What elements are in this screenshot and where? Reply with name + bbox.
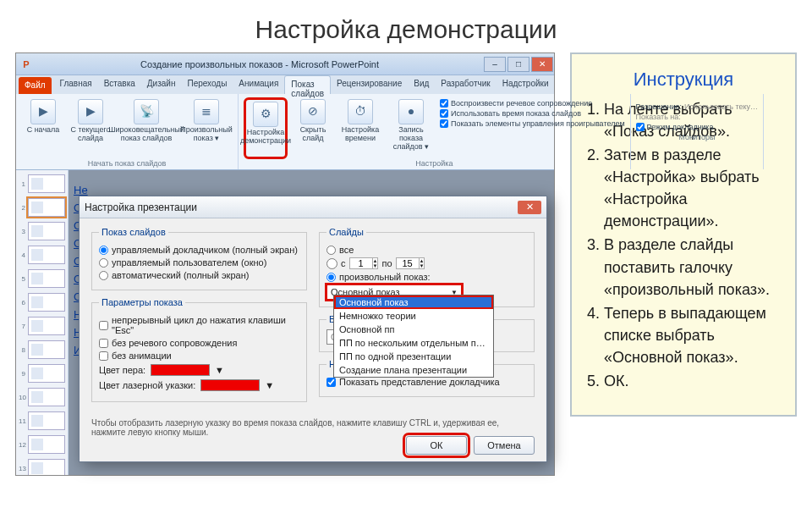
slide-thumbnails[interactable]: 123456789101112131415 bbox=[16, 170, 69, 475]
slide-thumb[interactable]: 2 bbox=[19, 197, 65, 218]
list-item[interactable]: Немножко теории bbox=[334, 309, 493, 323]
window-buttons: – □ ✕ bbox=[483, 57, 554, 72]
slide-thumb[interactable]: 10 bbox=[19, 387, 65, 407]
list-item[interactable]: Создание плана презентации bbox=[334, 363, 493, 377]
slide-thumb[interactable]: 3 bbox=[19, 221, 65, 241]
hide-icon: ⊘ bbox=[300, 99, 326, 124]
btn-rehearse[interactable]: ⏱Настройка времени bbox=[338, 97, 382, 159]
dialog-titlebar: Настройка презентации ✕ bbox=[80, 196, 546, 218]
radio-kiosk[interactable]: автоматический (полный экран) bbox=[99, 270, 299, 280]
list-item[interactable]: Основной показ bbox=[334, 295, 493, 309]
btn-setup-slideshow[interactable]: ⚙Настройка демонстрации bbox=[244, 97, 288, 159]
slide-thumb[interactable]: 12 bbox=[19, 434, 65, 455]
chk-loop[interactable]: непрерывный цикл до нажатия клавиши "Esc… bbox=[99, 315, 299, 335]
laser-color-label: Цвет лазерной указки: bbox=[99, 380, 195, 390]
slide-thumb[interactable]: 8 bbox=[19, 340, 65, 360]
group-label: Начать показ слайдов bbox=[21, 159, 233, 168]
ribbon-group-monitors: Разрешение: Использовать теку… Показать … bbox=[631, 94, 764, 169]
chk-narration[interactable]: Воспроизвести речевое сопровождение bbox=[440, 99, 625, 108]
play-icon: ▶ bbox=[78, 99, 103, 124]
cancel-button[interactable]: Отмена bbox=[474, 436, 535, 455]
radio-all[interactable]: все bbox=[326, 245, 527, 255]
laser-color-picker[interactable] bbox=[200, 379, 260, 391]
ribbon-tabs: Файл Главная Вставка Дизайн Переходы Ани… bbox=[16, 75, 554, 94]
setup-slideshow-dialog: Настройка презентации ✕ Показ слайдов уп… bbox=[79, 196, 547, 462]
tab-view[interactable]: Вид bbox=[408, 75, 435, 94]
from-input[interactable] bbox=[350, 258, 372, 268]
btn-from-current[interactable]: ▶С текущего слайда bbox=[69, 97, 112, 159]
tab-anim[interactable]: Анимация bbox=[233, 75, 284, 94]
btn-record[interactable]: ●Запись показа слайдов ▾ bbox=[386, 97, 436, 159]
ok-button[interactable]: ОК bbox=[406, 436, 467, 455]
chk-no-narration[interactable]: без речевого сопровождения bbox=[99, 338, 299, 348]
resolution-row[interactable]: Разрешение: Использовать теку… bbox=[636, 102, 758, 111]
instruction-heading: Инструкция bbox=[585, 66, 782, 93]
ribbon-group-start: ▶С начала ▶С текущего слайда 📡Широковеща… bbox=[16, 94, 239, 169]
tab-file[interactable]: Файл bbox=[19, 77, 52, 94]
chk-presenter-view[interactable]: Показать представление докладчика bbox=[326, 377, 527, 387]
gear-icon: ⚙ bbox=[253, 102, 278, 127]
instruction-step: ОК. bbox=[604, 370, 782, 392]
dialog-title: Настройка презентации bbox=[85, 202, 197, 213]
btn-from-start[interactable]: ▶С начала bbox=[21, 97, 65, 159]
powerpoint-window: P Создание произвольных показов - Micros… bbox=[15, 52, 555, 476]
tab-addins[interactable]: Надстройки bbox=[497, 75, 555, 94]
toc-link[interactable]: Не bbox=[74, 184, 246, 196]
radio-custom-show[interactable]: произвольный показ: bbox=[326, 272, 527, 282]
slide-thumb[interactable]: 5 bbox=[19, 268, 65, 289]
slide-thumb[interactable]: 6 bbox=[19, 292, 65, 312]
tab-review[interactable]: Рецензирование bbox=[331, 75, 408, 94]
instruction-step: В разделе слайды поставить галочку «прои… bbox=[604, 234, 782, 300]
list-item[interactable]: Основной пп bbox=[334, 323, 493, 336]
tab-slideshow[interactable]: Показ слайдов bbox=[284, 75, 331, 94]
close-button[interactable]: ✕ bbox=[531, 57, 553, 72]
tab-home[interactable]: Главная bbox=[54, 75, 98, 94]
slide-thumb[interactable]: 7 bbox=[19, 316, 65, 336]
group-show-type: Показ слайдов управляемый докладчиком (п… bbox=[91, 227, 307, 290]
group-show-options: Параметры показа непрерывный цикл до наж… bbox=[91, 297, 307, 402]
dialog-close-button[interactable]: ✕ bbox=[518, 201, 541, 214]
tab-trans[interactable]: Переходы bbox=[181, 75, 233, 94]
broadcast-icon: 📡 bbox=[134, 99, 159, 124]
tab-insert[interactable]: Вставка bbox=[98, 75, 141, 94]
slide-thumb[interactable]: 9 bbox=[19, 363, 65, 384]
show-on-row: Показать на: bbox=[636, 113, 758, 121]
clock-icon: ⏱ bbox=[348, 99, 373, 124]
radio-speaker[interactable]: управляемый докладчиком (полный экран) bbox=[99, 245, 299, 255]
radio-browsed[interactable]: управляемый пользователем (окно) bbox=[99, 257, 299, 268]
btn-broadcast[interactable]: 📡Широковещательный показ слайдов bbox=[116, 97, 177, 159]
btn-custom-show[interactable]: ≣Произвольный показ ▾ bbox=[180, 97, 233, 159]
btn-hide-slide[interactable]: ⊘Скрыть слайд bbox=[291, 97, 335, 159]
minimize-button[interactable]: – bbox=[484, 57, 506, 72]
slide-thumb[interactable]: 4 bbox=[19, 245, 65, 265]
tab-design[interactable]: Дизайн bbox=[141, 75, 182, 94]
play-icon: ▶ bbox=[30, 99, 56, 124]
chk-timings[interactable]: Использовать время показа слайдов bbox=[440, 109, 625, 118]
group-label: Мониторы bbox=[636, 133, 758, 141]
pen-color-picker[interactable] bbox=[151, 364, 210, 376]
radio-range[interactable]: с ▲▼ по ▲▼ bbox=[326, 257, 527, 269]
slides-icon: ≣ bbox=[194, 99, 219, 124]
instruction-step: Теперь в выпадающем списке выбрать «Осно… bbox=[604, 302, 782, 368]
page-title: Настройка демонстрации bbox=[0, 0, 812, 52]
app-title: Создание произвольных показов - Microsof… bbox=[36, 59, 483, 69]
app-icon: P bbox=[16, 59, 36, 69]
list-item[interactable]: ПП по одной презентации bbox=[334, 350, 493, 363]
record-icon: ● bbox=[398, 99, 424, 124]
ribbon-group-setup: ⚙Настройка демонстрации ⊘Скрыть слайд ⏱Н… bbox=[239, 94, 631, 169]
chk-controls[interactable]: Показать элементы управления проигрывате… bbox=[440, 119, 625, 128]
tab-dev[interactable]: Разработчик bbox=[435, 75, 496, 94]
ribbon-body: ▶С начала ▶С текущего слайда 📡Широковеща… bbox=[16, 94, 554, 170]
maximize-button[interactable]: □ bbox=[508, 57, 529, 72]
chk-presenter-view[interactable]: Режим докладчика bbox=[636, 123, 758, 131]
app-titlebar: P Создание произвольных показов - Micros… bbox=[16, 53, 554, 75]
chk-no-animation[interactable]: без анимации bbox=[99, 351, 299, 361]
custom-show-list[interactable]: Основной показ Немножко теории Основной … bbox=[333, 295, 494, 378]
slide-thumb[interactable]: 13 bbox=[19, 458, 65, 475]
list-item[interactable]: ПП по нескольким отдельным през bbox=[334, 336, 493, 350]
pen-color-label: Цвет пера: bbox=[99, 365, 145, 375]
to-input[interactable] bbox=[397, 258, 419, 268]
slide-thumb[interactable]: 11 bbox=[19, 411, 65, 431]
slide-thumb[interactable]: 1 bbox=[19, 174, 65, 194]
group-label: Настройка bbox=[244, 159, 625, 168]
